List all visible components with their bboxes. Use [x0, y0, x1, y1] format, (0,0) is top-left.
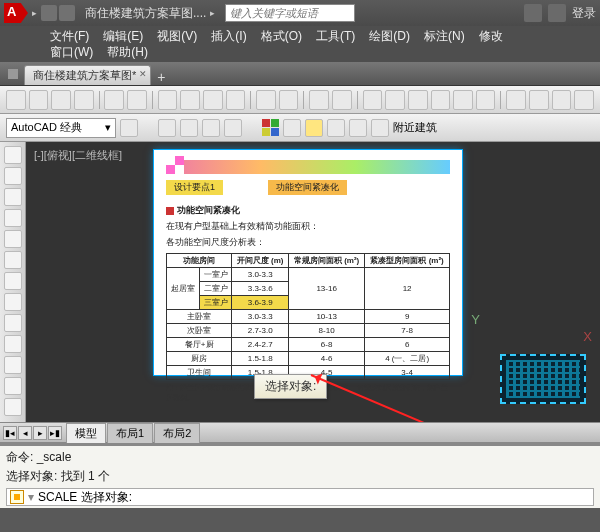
command-prompt-icon[interactable] [10, 490, 24, 504]
menu-format[interactable]: 格式(O) [261, 28, 302, 44]
command-window[interactable]: 命令: _scale 选择对象: 找到 1 个 ▾ [0, 444, 600, 508]
floorplan-thumbnail[interactable] [500, 354, 586, 404]
menu-help[interactable]: 帮助(H) [107, 44, 148, 60]
start-tab-icon[interactable] [8, 69, 18, 79]
infocenter-icon[interactable] [524, 4, 542, 22]
bullet-icon [166, 207, 174, 215]
table-button[interactable] [4, 356, 22, 374]
draw-toolbar [0, 142, 26, 422]
pan-button[interactable] [309, 90, 329, 110]
app-logo-icon[interactable] [4, 3, 28, 23]
redo-button[interactable] [279, 90, 299, 110]
menu-draw[interactable]: 绘图(D) [369, 28, 410, 44]
menu-dimension[interactable]: 标注(N) [424, 28, 465, 44]
viewport-label[interactable]: [-][俯视][二维线框] [34, 148, 122, 163]
qat-button[interactable] [41, 5, 57, 21]
command-history-line: 命令: _scale [6, 448, 594, 467]
tool-button[interactable] [371, 119, 389, 137]
tool-button[interactable] [158, 119, 176, 137]
menu-file[interactable]: 文件(F) [50, 28, 89, 44]
text-button[interactable] [4, 293, 22, 311]
ws-settings-button[interactable] [120, 119, 138, 137]
document-tab-label: 商住楼建筑方案草图* [33, 69, 136, 81]
menu-modify[interactable]: 修改 [479, 28, 503, 44]
nearby-label[interactable]: 附近建筑 [393, 120, 437, 135]
doc-header-stripe [166, 160, 450, 174]
tool-button[interactable] [408, 90, 428, 110]
tool-button[interactable] [574, 90, 594, 110]
qat-button[interactable] [59, 5, 75, 21]
plot-button[interactable] [104, 90, 124, 110]
matchprop-button[interactable] [226, 90, 246, 110]
color-palette-icon[interactable] [262, 119, 279, 136]
close-icon[interactable]: ✕ [139, 69, 147, 79]
menu-view[interactable]: 视图(V) [157, 28, 197, 44]
chevron-down-icon: ▾ [105, 121, 111, 134]
selected-ole-object[interactable]: 设计要点1 功能空间紧凑化 功能空间紧凑化 在现有户型基础上有效精简功能面积： … [154, 150, 462, 375]
signin-icon[interactable] [548, 4, 566, 22]
region-button[interactable] [4, 335, 22, 353]
tool-button[interactable] [431, 90, 451, 110]
tab-model[interactable]: 模型 [66, 423, 106, 443]
ellipse-button[interactable] [4, 251, 22, 269]
tool-button[interactable] [4, 377, 22, 395]
undo-button[interactable] [256, 90, 276, 110]
tool-button[interactable] [4, 398, 22, 416]
command-input[interactable] [38, 490, 590, 504]
circle-button[interactable] [4, 188, 22, 206]
tool-button[interactable] [327, 119, 345, 137]
sun-icon[interactable] [305, 119, 323, 137]
tool-button[interactable] [363, 90, 383, 110]
next-icon[interactable]: ▸ [33, 426, 47, 440]
tool-button[interactable] [453, 90, 473, 110]
menu-insert[interactable]: 插入(I) [211, 28, 246, 44]
tool-button[interactable] [385, 90, 405, 110]
tool-button[interactable] [202, 119, 220, 137]
tool-button[interactable] [180, 119, 198, 137]
tab-layout2[interactable]: 布局2 [154, 423, 200, 443]
login-label[interactable]: 登录 [572, 5, 596, 22]
tool-button[interactable] [224, 119, 242, 137]
quick-access-toolbar [41, 5, 75, 21]
hatch-button[interactable] [4, 272, 22, 290]
tool-button[interactable] [506, 90, 526, 110]
arc-button[interactable] [4, 209, 22, 227]
command-history-line: 选择对象: 找到 1 个 [6, 467, 594, 486]
zoom-button[interactable] [332, 90, 352, 110]
first-icon[interactable]: ▮◂ [3, 426, 17, 440]
app-menu-arrow-icon[interactable]: ▸ [32, 8, 37, 18]
tool-button[interactable] [349, 119, 367, 137]
badge-topic: 功能空间紧凑化 [268, 180, 347, 195]
workspace-toolbar: AutoCAD 经典 ▾ 附近建筑 [0, 114, 600, 142]
new-button[interactable] [6, 90, 26, 110]
drawing-canvas[interactable]: [-][俯视][二维线框] 设计要点1 功能空间紧凑化 功能空间紧凑化 在现有户… [26, 142, 600, 422]
tool-button[interactable] [283, 119, 301, 137]
tool-button[interactable] [529, 90, 549, 110]
menu-window[interactable]: 窗口(W) [50, 44, 93, 60]
menu-tools[interactable]: 工具(T) [316, 28, 355, 44]
last-icon[interactable]: ▸▮ [48, 426, 62, 440]
new-tab-icon[interactable]: + [157, 69, 165, 85]
document-tab-bar: 商住楼建筑方案草图* ✕ + [0, 62, 600, 86]
tab-layout1[interactable]: 布局1 [107, 423, 153, 443]
open-button[interactable] [29, 90, 49, 110]
paste-button[interactable] [203, 90, 223, 110]
point-button[interactable] [4, 314, 22, 332]
rectangle-button[interactable] [4, 230, 22, 248]
copy-button[interactable] [180, 90, 200, 110]
workspace: [-][俯视][二维线框] 设计要点1 功能空间紧凑化 功能空间紧凑化 在现有户… [0, 142, 600, 422]
cut-button[interactable] [158, 90, 178, 110]
tool-button[interactable] [552, 90, 572, 110]
menu-edit[interactable]: 编辑(E) [103, 28, 143, 44]
saveas-button[interactable] [74, 90, 94, 110]
prev-icon[interactable]: ◂ [18, 426, 32, 440]
search-input[interactable] [225, 4, 355, 22]
workspace-select[interactable]: AutoCAD 经典 ▾ [6, 118, 116, 138]
doc-line: 在现有户型基础上有效精简功能面积： [166, 220, 450, 233]
save-button[interactable] [51, 90, 71, 110]
preview-button[interactable] [127, 90, 147, 110]
polyline-button[interactable] [4, 167, 22, 185]
document-tab[interactable]: 商住楼建筑方案草图* ✕ [24, 65, 151, 85]
tool-button[interactable] [476, 90, 496, 110]
line-button[interactable] [4, 146, 22, 164]
